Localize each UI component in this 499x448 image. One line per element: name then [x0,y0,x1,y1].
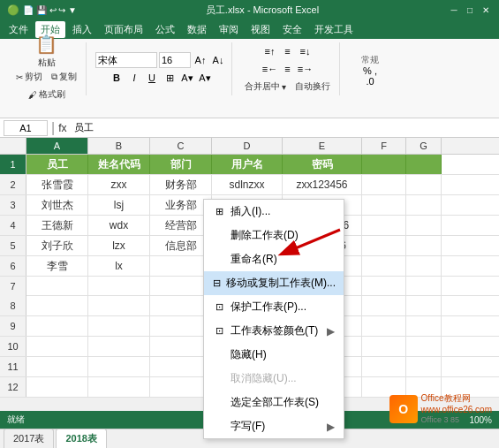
row-num-4[interactable]: 4 [0,216,26,235]
ctx-move[interactable]: ⊟ 移动或复制工作表(M)... [204,271,344,295]
cell-f7[interactable] [362,277,406,296]
cell-e1[interactable]: 密码 [283,155,362,174]
cell-a5[interactable]: 刘子欣 [26,236,88,255]
font-name-input[interactable] [95,52,157,68]
menu-data[interactable]: 数据 [182,21,212,38]
cell-a12[interactable] [26,377,88,397]
cell-a4[interactable]: 王德新 [26,216,88,235]
cell-g2[interactable] [406,175,442,194]
align-middle-btn[interactable]: ≡ [280,43,296,59]
cell-g9[interactable] [406,316,442,336]
cell-a11[interactable] [26,357,88,376]
cell-f1[interactable] [362,155,406,174]
cell-reference-input[interactable] [4,120,48,136]
ctx-hide[interactable]: 隐藏(H) [204,343,344,367]
border-btn[interactable]: ⊞ [162,70,178,86]
ctx-unhide[interactable]: 取消隐藏(U)... [204,367,344,391]
cell-b6[interactable]: lx [88,256,150,276]
cell-g1[interactable] [406,155,442,174]
col-header-a[interactable]: A [26,138,88,154]
row-num-5[interactable]: 5 [0,236,26,255]
row-num-9[interactable]: 9 [0,316,26,336]
cell-b4[interactable]: wdx [88,216,150,235]
cell-c2[interactable]: 财务部 [150,175,212,194]
cell-a6[interactable]: 李雪 [26,256,88,276]
cell-b10[interactable] [88,337,150,356]
menu-view[interactable]: 视图 [246,21,276,38]
cell-a8[interactable] [26,296,88,315]
row-num-11[interactable]: 11 [0,357,26,376]
cell-g10[interactable] [406,337,442,356]
cell-b12[interactable] [88,377,150,397]
row-num-3[interactable]: 3 [0,195,26,215]
menu-formula[interactable]: 公式 [150,21,180,38]
cell-f5[interactable] [362,236,406,255]
ctx-delete[interactable]: 删除工作表(D) [204,224,344,247]
col-header-g[interactable]: G [406,138,442,154]
align-top-btn[interactable]: ≡↑ [262,43,278,59]
paste-button[interactable]: 📋 粘贴 [31,35,63,67]
italic-btn[interactable]: I [126,70,142,86]
cell-g6[interactable] [406,256,442,276]
col-header-f[interactable]: F [362,138,406,154]
cell-a10[interactable] [26,337,88,356]
row-num-7[interactable]: 7 [0,277,26,296]
menu-security[interactable]: 安全 [277,21,307,38]
cell-f2[interactable] [362,175,406,194]
cell-f4[interactable] [362,216,406,235]
cell-a1[interactable]: 员工 [26,155,88,174]
cell-d2[interactable]: sdlnzxx [212,175,283,194]
row-num-2[interactable]: 2 [0,175,26,194]
close-btn[interactable]: ✕ [480,4,492,16]
cell-f9[interactable] [362,316,406,336]
cell-f8[interactable] [362,296,406,315]
copy-button[interactable]: ⧉ 复制 [48,69,80,85]
row-num-6[interactable]: 6 [0,256,26,276]
sheet-tab-2017[interactable]: 2017表 [4,429,54,448]
cell-b3[interactable]: lsj [88,195,150,215]
col-header-c[interactable]: C [150,138,212,154]
menu-insert[interactable]: 插入 [67,21,97,38]
cell-f11[interactable] [362,357,406,376]
minimize-btn[interactable]: ─ [448,4,460,16]
cell-a2[interactable]: 张雪霞 [26,175,88,194]
cell-b2[interactable]: zxx [88,175,150,194]
cell-f10[interactable] [362,337,406,356]
number-format-btn[interactable]: % , .0 [362,68,378,84]
ctx-insert[interactable]: ⊞ 插入(I)... [204,200,344,224]
cut-button[interactable]: ✂ 剪切 [12,69,46,85]
align-left-btn[interactable]: ≡← [262,61,278,77]
row-num-8[interactable]: 8 [0,296,26,315]
format-painter-button[interactable]: 🖌 格式刷 [25,87,69,103]
menu-developer[interactable]: 开发工具 [309,21,359,38]
bold-btn[interactable]: B [109,70,125,86]
menu-file[interactable]: 文件 [4,21,34,38]
ctx-tab-color[interactable]: ⊡ 工作表标签颜色(T) ▶ [204,319,344,343]
cell-f6[interactable] [362,256,406,276]
cell-a7[interactable] [26,277,88,296]
cell-a3[interactable]: 刘世杰 [26,195,88,215]
col-header-e[interactable]: E [283,138,362,154]
menu-review[interactable]: 审阅 [214,21,244,38]
fill-color-btn[interactable]: A▾ [179,70,195,86]
fx-button[interactable]: fx [58,122,66,134]
formula-input[interactable] [71,120,496,136]
cell-c1[interactable]: 部门 [150,155,212,174]
font-decrease-btn[interactable]: A↓ [210,52,226,68]
cell-b8[interactable] [88,296,150,315]
maximize-btn[interactable]: □ [464,4,476,16]
cell-e2[interactable]: zxx123456 [283,175,362,194]
font-color-btn[interactable]: A▾ [197,70,213,86]
row-num-10[interactable]: 10 [0,337,26,356]
cell-g5[interactable] [406,236,442,255]
ctx-select-all[interactable]: 选定全部工作表(S) [204,391,344,414]
cell-g4[interactable] [406,216,442,235]
row-num-12[interactable]: 12 [0,377,26,397]
merge-center-btn[interactable]: 合并居中▾ [241,79,290,95]
font-size-input[interactable] [159,52,191,68]
underline-btn[interactable]: U [144,70,160,86]
font-increase-btn[interactable]: A↑ [193,52,208,68]
cell-g11[interactable] [406,357,442,376]
sheet-tab-2018[interactable]: 2018表 [56,429,106,448]
col-header-d[interactable]: D [212,138,283,154]
